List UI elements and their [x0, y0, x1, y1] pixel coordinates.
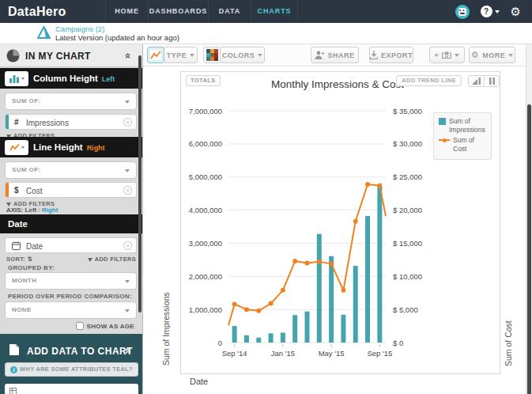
svg-text:$ 10,000: $ 10,000 — [393, 272, 422, 281]
help-menu[interactable]: ? — [481, 6, 500, 17]
date-sort-control[interactable]: SORT: ⇅ — [6, 256, 32, 263]
svg-text:$ 30,000: $ 30,000 — [393, 139, 422, 148]
checkbox-icon — [76, 322, 84, 330]
right-axis-title: Sum of Cost — [504, 291, 513, 366]
impressions-field-chip[interactable]: # Impressions × — [5, 114, 137, 130]
collapse-chevrons-icon[interactable]: « — [123, 348, 134, 354]
chevron-down-icon — [258, 54, 262, 57]
column-height-body: SUM OF: # Impressions × ADD FILTERS — [0, 89, 142, 137]
add-to-dashboard-button[interactable]: + — [429, 47, 465, 63]
dataset-version-text: Latest Version (updated an hour ago) — [55, 33, 179, 42]
field-label: Date — [26, 242, 43, 251]
remove-field-icon[interactable]: × — [123, 186, 132, 195]
date-add-filters[interactable]: ADD FILTERS — [88, 256, 136, 263]
colors-button[interactable]: COLORS — [220, 47, 265, 63]
legend-item-cost: Sum of Cost — [439, 136, 486, 153]
help-icon: ? — [481, 6, 492, 17]
brand-logo[interactable]: DataHero — [8, 0, 66, 23]
line-height-section-header: Line HeightRight — [0, 137, 142, 157]
chevron-down-icon — [508, 54, 513, 57]
user-avatar[interactable] — [455, 5, 470, 19]
colors-preview-chip[interactable] — [203, 47, 221, 63]
cost-field-chip[interactable]: $ Cost × — [5, 182, 137, 198]
main-scrollbar-track — [526, 44, 532, 394]
sidebar-scrollbar-thumb[interactable] — [138, 55, 141, 313]
nav-item-data[interactable]: DATA — [208, 0, 251, 23]
svg-text:5,000,000: 5,000,000 — [189, 172, 222, 181]
add-trend-line-button[interactable]: ADD TREND LINE — [396, 75, 462, 86]
share-person-icon — [315, 51, 324, 59]
axis-left-option[interactable]: Left — [25, 206, 37, 214]
svg-text:$ 5,000: $ 5,000 — [393, 305, 418, 314]
remove-field-icon[interactable]: × — [123, 241, 132, 250]
chart-legend: Sum of Impressions Sum of Cost — [433, 112, 492, 160]
svg-text:$ 20,000: $ 20,000 — [393, 206, 422, 214]
document-icon — [9, 343, 20, 356]
gear-icon: ⚙ — [471, 50, 479, 60]
pause-bars-button[interactable] — [484, 76, 499, 86]
nav-item-charts[interactable]: CHARTS — [251, 0, 298, 23]
chevron-down-icon — [21, 146, 25, 149]
add-data-title: ADD DATA TO CHART — [27, 346, 133, 357]
attribute-list-item[interactable] — [5, 384, 138, 394]
grouped-by-select[interactable]: MONTH — [5, 272, 137, 290]
line-axis-toggle: AXIS: Left / Right — [6, 206, 58, 214]
date-body: Date × SORT: ⇅ ADD FILTERS GROUPED BY: M… — [0, 233, 142, 334]
dataset-link[interactable]: Campaigns (2) — [55, 25, 104, 33]
svg-text:$ 15,000: $ 15,000 — [393, 239, 422, 248]
line-chart-icon — [150, 50, 161, 60]
x-axis-title: Date — [190, 377, 208, 386]
chevron-down-icon — [125, 169, 130, 172]
nav-item-home[interactable]: HOME — [105, 0, 148, 23]
axis-right-option[interactable]: Right — [42, 206, 58, 214]
ascending-bars-icon — [472, 78, 481, 85]
type-button[interactable]: TYPE — [164, 47, 198, 63]
chevron-down-icon — [21, 78, 25, 80]
more-button[interactable]: ⚙ MORE — [469, 47, 515, 63]
line-axis-tag: Right — [87, 144, 105, 152]
color-palette-icon — [206, 49, 218, 61]
add-data-section: ADD DATA TO CHART « iWHY ARE SOME ATTRIB… — [0, 334, 142, 394]
chart-type-preview-chip[interactable] — [147, 47, 164, 63]
remove-field-icon[interactable]: × — [123, 118, 132, 127]
chart-toolbar: TYPE COLORS SHARE EXPORT — [143, 44, 526, 66]
column-height-title: Column HeightLeft — [33, 74, 115, 83]
collapse-chevrons-icon[interactable]: « — [123, 53, 134, 59]
nav-item-dashboards[interactable]: DASHBOARDS — [148, 0, 208, 23]
line-height-body: SUM OF: $ Cost × ADD FILTERS AXIS: Left … — [0, 157, 142, 214]
avatar-face-icon — [458, 8, 466, 16]
legend-square-swatch — [439, 118, 446, 125]
period-comparison-select[interactable]: NONE — [5, 301, 137, 319]
svg-text:$ 25,000: $ 25,000 — [393, 172, 422, 181]
in-my-chart-header: IN MY CHART « — [0, 44, 142, 67]
date-section-title: Date — [8, 219, 28, 229]
chart-config-sidebar: IN MY CHART « Column HeightLeft SUM OF: … — [0, 44, 143, 394]
share-button[interactable]: SHARE — [311, 47, 359, 63]
main-nav: HOME DASHBOARDS DATA CHARTS — [105, 0, 298, 23]
column-type-chip[interactable] — [5, 71, 28, 86]
export-button[interactable]: EXPORT — [369, 47, 413, 63]
vertical-bars-icon — [489, 78, 495, 85]
main-scrollbar-thumb[interactable] — [527, 104, 531, 394]
totals-button[interactable]: TOTALS — [186, 75, 221, 86]
svg-text:6,000,000: 6,000,000 — [189, 139, 222, 148]
top-navbar: DataHero HOME DASHBOARDS DATA CHARTS ? ⚙ — [0, 0, 532, 23]
date-field-chip[interactable]: Date × — [5, 237, 137, 253]
teal-attributes-hint-button[interactable]: iWHY ARE SOME ATTRIBUTES TEAL? — [5, 362, 138, 377]
svg-text:May '15: May '15 — [319, 349, 345, 358]
show-as-age-checkbox[interactable]: SHOW AS AGE — [76, 322, 135, 330]
in-my-chart-title: IN MY CHART — [25, 51, 91, 62]
period-comparison-label: PERIOD OVER PERIOD COMPARISON: — [8, 293, 132, 300]
line-height-title: Line HeightRight — [33, 142, 105, 152]
navbar-right: ? ⚙ — [455, 0, 521, 23]
line-aggregation-select[interactable]: SUM OF: — [5, 161, 137, 179]
left-axis-title: Sum of Impressions — [161, 278, 171, 366]
svg-text:1,000,000: 1,000,000 — [189, 305, 222, 314]
date-section-header: Date — [0, 214, 142, 233]
line-type-chip[interactable] — [5, 140, 28, 155]
settings-gear-icon[interactable]: ⚙ — [511, 0, 521, 23]
sort-by-value-button[interactable] — [469, 76, 484, 86]
svg-text:$ 35,000: $ 35,000 — [393, 107, 422, 116]
column-aggregation-select[interactable]: SUM OF: — [5, 93, 137, 110]
svg-text:0: 0 — [218, 339, 222, 347]
